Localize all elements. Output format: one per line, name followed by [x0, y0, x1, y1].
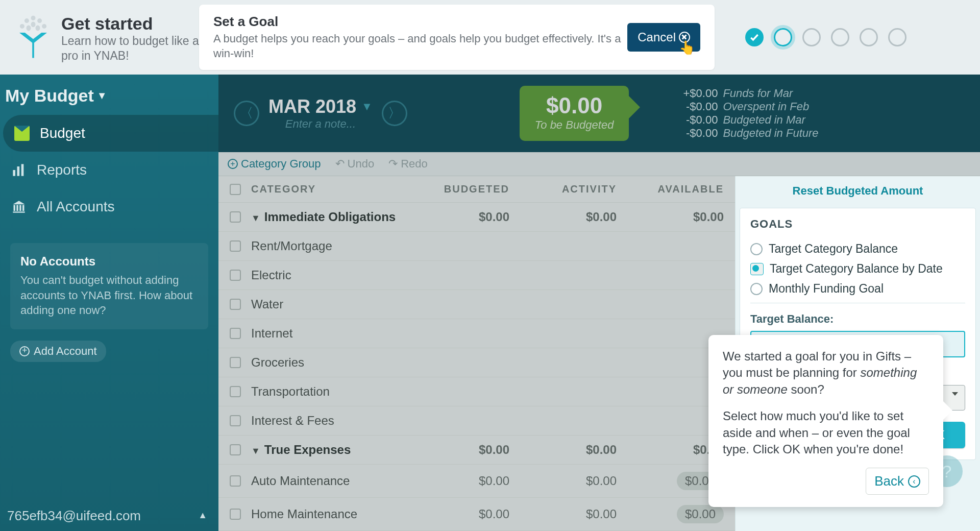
cell-budgeted[interactable]: $0.00 — [402, 474, 509, 488]
svg-rect-15 — [22, 205, 24, 211]
category-row[interactable]: Auto Maintenance$0.00$0.00$0.00 — [218, 465, 735, 498]
svg-rect-16 — [13, 211, 24, 212]
app-logo — [10, 14, 56, 60]
user-email[interactable]: 765efb34@uifeed.com — [7, 508, 141, 524]
category-row[interactable]: Internet — [218, 319, 735, 348]
sidebar-item-label: Reports — [37, 162, 87, 178]
svg-rect-13 — [16, 205, 18, 211]
category-name: Transportation — [251, 384, 330, 398]
current-month[interactable]: MAR 2018 ▼ — [268, 96, 373, 117]
cell-budgeted[interactable]: $0.00 — [402, 210, 509, 224]
category-row[interactable]: Transportation — [218, 377, 735, 406]
row-checkbox[interactable] — [230, 386, 241, 397]
onboarding-popover: We started a goal for you in Gifts – you… — [708, 335, 943, 507]
row-checkbox[interactable] — [230, 415, 241, 426]
onboarding-step-card: Set a Goal A budget helps you reach your… — [199, 5, 715, 70]
next-month-button[interactable]: 〉 — [382, 101, 407, 126]
row-checkbox[interactable] — [230, 240, 241, 252]
cell-budgeted[interactable]: $0.00 — [402, 443, 509, 457]
svg-point-1 — [24, 18, 29, 23]
onboarding-subtitle: Learn how to budget like a pro in YNAB! — [61, 34, 199, 63]
cell-available: $0.00 — [617, 443, 724, 457]
category-row[interactable]: Groceries — [218, 348, 735, 377]
category-row[interactable]: Rent/Mortgage — [218, 232, 735, 261]
row-checkbox[interactable] — [230, 475, 241, 487]
table-header: CATEGORY BUDGETED ACTIVITY AVAILABLE — [218, 176, 735, 203]
category-name: Electric — [251, 268, 291, 282]
category-name: Water — [251, 297, 283, 311]
cell-budgeted[interactable]: $0.00 — [402, 507, 509, 521]
redo-button[interactable]: ↷Redo — [388, 157, 428, 171]
add-account-label: Add Account — [34, 345, 97, 358]
col-budgeted: BUDGETED — [402, 183, 509, 195]
redo-icon: ↷ — [388, 157, 398, 171]
onboarding-bar: Get started Learn how to budget like a p… — [0, 0, 980, 75]
plus-circle-icon — [19, 346, 30, 356]
add-category-group-button[interactable]: +Category Group — [228, 157, 321, 171]
step-3[interactable] — [802, 28, 821, 46]
category-name: Rent/Mortgage — [251, 239, 332, 253]
cell-available: $0.00 — [617, 210, 724, 224]
step-6[interactable] — [888, 28, 906, 46]
undo-icon: ↶ — [335, 157, 345, 171]
select-all-checkbox[interactable] — [230, 184, 241, 195]
sidebar-item-budget[interactable]: Budget — [3, 115, 218, 152]
budget-selector[interactable]: My Budget ▼ — [0, 75, 218, 115]
cell-activity: $0.00 — [509, 474, 617, 488]
to-be-budgeted-amount: $0.00 — [535, 93, 614, 118]
onboarding-cancel-button[interactable]: Cancel — [627, 23, 700, 52]
step-1-done[interactable] — [745, 28, 764, 46]
category-row[interactable]: Interest & Fees — [218, 406, 735, 436]
svg-point-3 — [20, 24, 24, 29]
onboarding-card-title: Set a Goal — [213, 14, 627, 30]
svg-point-0 — [31, 16, 36, 20]
to-be-budgeted: $0.00 To be Budgeted — [520, 86, 629, 141]
sidebar-item-all-accounts[interactable]: All Accounts — [0, 188, 218, 225]
reset-budgeted-button[interactable]: Reset Budgeted Amount — [736, 176, 980, 206]
prev-month-button[interactable]: 〈 — [234, 101, 259, 126]
col-available: AVAILABLE — [617, 183, 724, 195]
month-note-input[interactable]: Enter a note... — [268, 117, 373, 131]
svg-rect-9 — [17, 166, 20, 176]
row-checkbox[interactable] — [230, 509, 241, 520]
svg-rect-12 — [14, 205, 16, 211]
arrow-left-circle-icon: ‹ — [908, 475, 920, 488]
goal-option-target-balance[interactable]: Target Category Balance — [750, 239, 965, 259]
category-name: Immediate Obligations — [264, 210, 396, 224]
row-checkbox[interactable] — [230, 328, 241, 339]
popover-back-button[interactable]: Back ‹ — [866, 468, 929, 495]
collapse-sidebar-icon[interactable]: ▲ — [198, 510, 207, 521]
step-4[interactable] — [831, 28, 849, 46]
goal-option-monthly-funding[interactable]: Monthly Funding Goal — [750, 279, 965, 299]
no-accounts-title: No Accounts — [20, 254, 198, 269]
category-row[interactable]: Home Maintenance$0.00$0.00$0.00 — [218, 498, 735, 531]
step-2-current[interactable] — [774, 28, 792, 46]
chevron-down-icon: ▼ — [97, 90, 107, 102]
undo-button[interactable]: ↶Undo — [335, 157, 375, 171]
row-checkbox[interactable] — [230, 357, 241, 368]
add-account-button[interactable]: Add Account — [10, 341, 106, 362]
chevron-down-icon: ▼ — [361, 100, 373, 113]
cell-activity: $0.00 — [509, 507, 617, 521]
bank-icon — [11, 199, 27, 214]
category-group-row[interactable]: ▼Immediate Obligations$0.00$0.00$0.00 — [218, 203, 735, 232]
row-checkbox[interactable] — [230, 299, 241, 310]
svg-marker-11 — [13, 201, 24, 204]
svg-point-5 — [31, 21, 36, 27]
row-checkbox[interactable] — [230, 444, 241, 455]
main-content: 〈 MAR 2018 ▼ Enter a note... 〉 $0.00 To … — [218, 75, 980, 531]
caret-down-icon: ▼ — [251, 213, 260, 223]
goal-option-target-balance-by-date[interactable]: Target Category Balance by Date — [750, 259, 965, 279]
sidebar-item-label: All Accounts — [37, 199, 115, 215]
category-row[interactable]: Electric — [218, 261, 735, 290]
app-main: My Budget ▼ Budget Reports All Accounts … — [0, 75, 980, 531]
step-5[interactable] — [860, 28, 878, 46]
category-name: Auto Maintenance — [251, 474, 350, 488]
category-row[interactable]: Water — [218, 290, 735, 319]
close-circle-icon — [679, 32, 690, 43]
row-checkbox[interactable] — [230, 211, 241, 223]
row-checkbox[interactable] — [230, 270, 241, 281]
bar-chart-icon — [11, 162, 27, 178]
sidebar-item-reports[interactable]: Reports — [0, 152, 218, 188]
category-group-row[interactable]: ▼True Expenses$0.00$0.00$0.00 — [218, 436, 735, 465]
